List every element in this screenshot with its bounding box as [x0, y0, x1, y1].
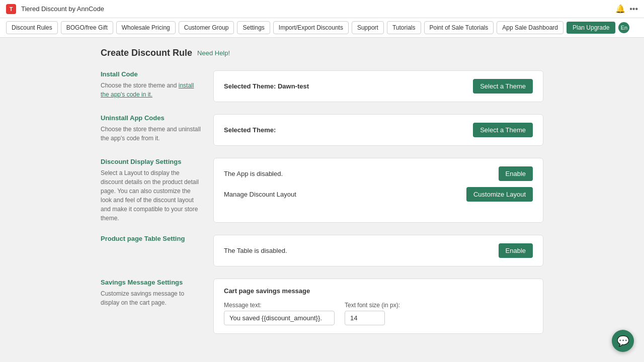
nav-discount-rules[interactable]: Discount Rules: [6, 21, 58, 34]
nav-settings[interactable]: Settings: [237, 21, 270, 34]
select-theme-install-button[interactable]: Select a Theme: [473, 79, 533, 94]
nav-customer-group[interactable]: Customer Group: [179, 21, 234, 34]
install-code-card-row: Selected Theme: Dawn-test Select a Theme: [224, 79, 533, 94]
app-title: Tiered Discount by AnnCode: [21, 5, 104, 13]
nav-import-export-discounts[interactable]: Import/Export Discounts: [273, 21, 349, 34]
discount-display-card: The App is disabled. Enable Manage Disco…: [213, 158, 543, 223]
savings-message-card: Cart page savings message Message text: …: [213, 279, 543, 334]
message-text-label: Message text:: [224, 302, 335, 309]
savings-message-label: Savings Message Settings Customize savin…: [101, 279, 201, 334]
manage-layout-row: Manage Discount Layout Customize Layout: [224, 187, 533, 202]
nav-app-sale-dashboard[interactable]: App Sale Dashboard: [497, 21, 564, 34]
discount-display-section: Discount Display Settings Select a Layou…: [101, 158, 543, 223]
select-theme-uninstall-button[interactable]: Select a Theme: [473, 123, 533, 137]
enable-app-button[interactable]: Enable: [499, 166, 533, 181]
table-status-row: The Table is disabled. Enable: [224, 243, 533, 258]
savings-card-title: Cart page savings message: [224, 287, 533, 295]
nav-support[interactable]: Support: [352, 21, 384, 34]
app-status-row: The App is disabled. Enable: [224, 166, 533, 181]
nav-point-of-sale-tutorials[interactable]: Point of Sale Tutorials: [424, 21, 494, 34]
manage-layout-label: Manage Discount Layout: [224, 191, 296, 198]
app-status-label: The App is disabled.: [224, 170, 283, 177]
uninstall-card: Selected Theme: Select a Theme: [213, 114, 543, 146]
nav-wholesale-pricing[interactable]: Wholesale Pricing: [116, 21, 176, 34]
nav-bar: Discount Rules BOGO/free Gift Wholesale …: [0, 18, 644, 38]
page-header: Create Discount Rule Need Help!: [101, 48, 543, 58]
page-title: Create Discount Rule: [101, 48, 192, 58]
discount-display-label: Discount Display Settings Select a Layou…: [101, 158, 201, 223]
discount-display-description: Select a Layout to display the discount …: [101, 168, 201, 223]
product-page-table-heading: Product page Table Setting: [101, 235, 201, 242]
savings-message-heading: Savings Message Settings: [101, 279, 201, 286]
uninstall-app-codes-section: Uninstall App Codes Choose the store the…: [101, 114, 543, 146]
install-code-section: Install Code Choose the store theme and …: [101, 70, 543, 102]
need-help-link[interactable]: Need Help!: [197, 49, 230, 57]
top-bar-right: 🔔 •••: [615, 4, 638, 14]
message-text-group: Message text:: [224, 302, 335, 325]
uninstall-card-row: Selected Theme: Select a Theme: [224, 123, 533, 137]
install-code-heading: Install Code: [101, 70, 201, 78]
more-options-icon[interactable]: •••: [629, 5, 638, 14]
nav-tutorials[interactable]: Tutorials: [387, 21, 421, 34]
message-text-input[interactable]: [224, 311, 335, 325]
font-size-input[interactable]: [345, 311, 385, 325]
chat-icon: 💬: [617, 335, 629, 347]
enable-table-button[interactable]: Enable: [499, 243, 533, 258]
nav-bogo-free-gift[interactable]: BOGO/free Gift: [61, 21, 113, 34]
savings-fields: Message text: Text font size (in px):: [224, 302, 533, 325]
customize-layout-button[interactable]: Customize Layout: [466, 187, 533, 202]
chat-widget[interactable]: 💬: [612, 330, 634, 352]
table-status-label: The Table is disabled.: [224, 247, 287, 254]
savings-message-section: Savings Message Settings Customize savin…: [101, 279, 543, 334]
product-page-table-section: Product page Table Setting The Table is …: [101, 235, 543, 266]
uninstall-heading: Uninstall App Codes: [101, 114, 201, 122]
savings-message-description: Customize savings message to display on …: [101, 289, 201, 307]
uninstall-label: Uninstall App Codes Choose the store the…: [101, 114, 201, 146]
install-code-description: Choose the store theme and install the a…: [101, 81, 201, 99]
install-code-label: Install Code Choose the store theme and …: [101, 70, 201, 102]
discount-display-heading: Discount Display Settings: [101, 158, 201, 165]
install-link[interactable]: install the app's code in it.: [101, 82, 194, 98]
top-bar: T Tiered Discount by AnnCode 🔔 •••: [0, 0, 644, 18]
font-size-group: Text font size (in px):: [345, 302, 400, 325]
page-content: Create Discount Rule Need Help! Install …: [0, 38, 644, 357]
language-badge[interactable]: En: [618, 22, 629, 33]
uninstall-description: Choose the store theme and uninstall the…: [101, 125, 201, 143]
selected-theme-uninstall: Selected Theme:: [224, 126, 276, 134]
plan-upgrade-button[interactable]: Plan Upgrade: [567, 22, 615, 34]
app-icon: T: [6, 4, 16, 14]
install-code-card: Selected Theme: Dawn-test Select a Theme: [213, 70, 543, 102]
product-page-table-card: The Table is disabled. Enable: [213, 235, 543, 266]
font-size-label: Text font size (in px):: [345, 302, 400, 309]
bell-icon[interactable]: 🔔: [615, 4, 625, 14]
product-page-table-label: Product page Table Setting: [101, 235, 201, 266]
selected-theme-install: Selected Theme: Dawn-test: [224, 82, 309, 90]
